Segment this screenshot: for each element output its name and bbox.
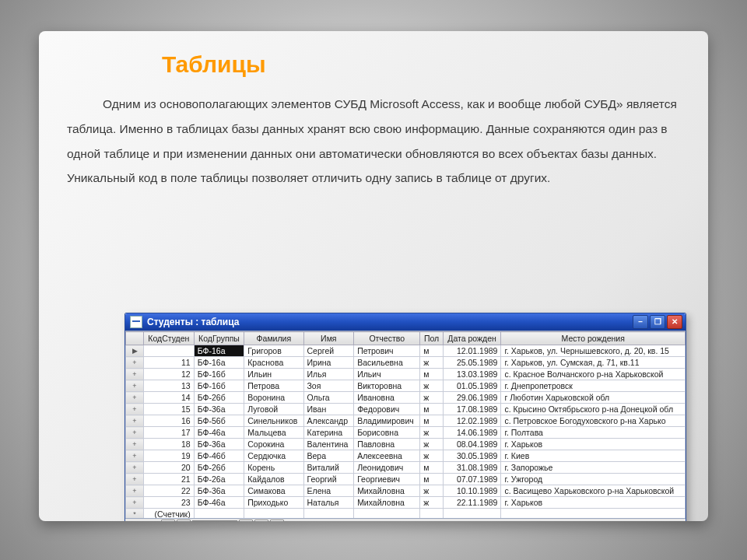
table-row[interactable]: ▶БФ-16аГригоровСергейПетровичм12.01.1989…	[126, 345, 686, 357]
nav-first-button[interactable]: ⏮	[161, 520, 175, 521]
row-selector[interactable]: +	[126, 415, 144, 427]
table-cell[interactable]	[303, 509, 354, 519]
data-table[interactable]: КодСтуденКодГруппыФамилияИмяОтчествоПолД…	[125, 331, 686, 518]
table-cell[interactable]: 22	[144, 485, 195, 497]
table-row[interactable]: +18БФ-36аСорокинаВалентинаПавловнаж08.04…	[126, 439, 686, 450]
table-cell[interactable]: Сорокина	[244, 439, 303, 450]
table-cell[interactable]: Сердючка	[244, 450, 303, 462]
table-cell[interactable]: г Люботин Харьковской обл	[501, 392, 686, 404]
table-cell[interactable]: 14	[144, 392, 195, 404]
table-cell[interactable]: г. Харьков, ул. Чернышевского, д. 20, кв…	[501, 345, 686, 357]
table-cell[interactable]: 29.06.1989	[443, 392, 501, 404]
table-cell[interactable]: БФ-16а	[194, 357, 244, 369]
table-cell[interactable]: Михайловна	[354, 485, 420, 497]
table-cell[interactable]: Луговой	[244, 404, 303, 415]
nav-last-button[interactable]: ⏭	[254, 520, 268, 521]
row-selector[interactable]: *	[126, 509, 144, 519]
table-cell[interactable]: БФ-46а	[194, 427, 244, 439]
table-cell[interactable]: с. Петровское Богодуховского р-на Харько	[501, 415, 686, 427]
table-cell[interactable]: Ирина	[303, 357, 354, 369]
table-cell[interactable]	[194, 509, 244, 519]
table-row[interactable]: +19БФ-46бСердючкаВераАлексеевнаж30.05.19…	[126, 450, 686, 462]
row-selector[interactable]: +	[126, 404, 144, 415]
nav-prev-button[interactable]: ◀	[177, 520, 191, 521]
table-row[interactable]: +17БФ-46аМальцеваКатеринаБорисовнаж14.06…	[126, 427, 686, 439]
table-cell[interactable]: 12.02.1989	[443, 415, 501, 427]
table-row[interactable]: +15БФ-36аЛуговойИванФедоровичм17.08.1989…	[126, 404, 686, 415]
table-row[interactable]: +16БФ-56бСинельниковАлександрВладимирови…	[126, 415, 686, 427]
table-cell[interactable]: Илья	[303, 369, 354, 380]
table-cell[interactable]: Викторовна	[354, 380, 420, 392]
table-cell[interactable]	[144, 345, 195, 357]
table-cell[interactable]: 16	[144, 415, 195, 427]
table-row[interactable]: *(Счетчик)	[126, 509, 686, 519]
table-cell[interactable]: Владимирович	[354, 415, 420, 427]
table-cell[interactable]: с. Васищево Харьковского р-на Харьковско…	[501, 485, 686, 497]
table-cell[interactable]: 14.06.1989	[443, 427, 501, 439]
table-cell[interactable]	[244, 509, 303, 519]
column-header[interactable]: Место рождения	[501, 332, 686, 345]
table-cell[interactable]: 15	[144, 404, 195, 415]
table-cell[interactable]: 13	[144, 380, 195, 392]
column-header[interactable]: КодСтуден	[144, 332, 195, 345]
table-cell[interactable]: г. Харьков	[501, 497, 686, 509]
table-cell[interactable]: 30.05.1989	[443, 450, 501, 462]
table-cell[interactable]: БФ-16а	[194, 345, 244, 357]
table-cell[interactable]: Васильевна	[354, 357, 420, 369]
table-cell[interactable]: Иван	[303, 404, 354, 415]
table-cell[interactable]: 21	[144, 474, 195, 485]
table-cell[interactable]: ж	[420, 450, 444, 462]
table-cell[interactable]: 25.05.1989	[443, 357, 501, 369]
row-selector[interactable]: +	[126, 427, 144, 439]
table-row[interactable]: +13БФ-16бПетроваЗояВикторовнаж01.05.1989…	[126, 380, 686, 392]
table-cell[interactable]: Валентина	[303, 439, 354, 450]
table-cell[interactable]: с. Красное Волчанского р-на Харьковской	[501, 369, 686, 380]
table-cell[interactable]: Ивановна	[354, 392, 420, 404]
table-cell[interactable]: Георгиевич	[354, 474, 420, 485]
close-button[interactable]: ✕	[667, 315, 682, 329]
table-cell[interactable]: Алексеевна	[354, 450, 420, 462]
table-cell[interactable]: м	[420, 369, 444, 380]
table-cell[interactable]: Синельников	[244, 415, 303, 427]
table-cell[interactable]: БФ-36а	[194, 439, 244, 450]
table-cell[interactable]	[354, 509, 420, 519]
table-cell[interactable]: 10.10.1989	[443, 485, 501, 497]
table-cell[interactable]: Ильин	[244, 369, 303, 380]
table-cell[interactable]: БФ-36а	[194, 485, 244, 497]
table-cell[interactable]: Леонидович	[354, 462, 420, 474]
table-cell[interactable]: 19	[144, 450, 195, 462]
table-cell[interactable]: ж	[420, 439, 444, 450]
table-cell[interactable]: 17	[144, 427, 195, 439]
row-selector[interactable]: +	[126, 357, 144, 369]
row-selector[interactable]: +	[126, 439, 144, 450]
table-cell[interactable]: Михайловна	[354, 497, 420, 509]
table-cell[interactable]: Борисовна	[354, 427, 420, 439]
table-cell[interactable]: м	[420, 404, 444, 415]
table-cell[interactable]: Григоров	[244, 345, 303, 357]
nav-record-field[interactable]: 1	[192, 520, 237, 521]
row-selector[interactable]: +	[126, 450, 144, 462]
table-cell[interactable]: 07.07.1989	[443, 474, 501, 485]
table-cell[interactable]: Воронина	[244, 392, 303, 404]
table-cell[interactable]: г. Харьков	[501, 439, 686, 450]
row-selector[interactable]: +	[126, 392, 144, 404]
table-cell[interactable]: м	[420, 345, 444, 357]
column-header[interactable]: КодГруппы	[194, 332, 244, 345]
table-cell[interactable]: м	[420, 462, 444, 474]
table-cell[interactable]: Виталий	[303, 462, 354, 474]
table-cell[interactable]: 08.04.1989	[443, 439, 501, 450]
row-selector[interactable]: +	[126, 474, 144, 485]
table-row[interactable]: +22БФ-36аСимаковаЕленаМихайловнаж10.10.1…	[126, 485, 686, 497]
table-cell[interactable]	[443, 509, 501, 519]
table-cell[interactable]: Кайдалов	[244, 474, 303, 485]
table-cell[interactable]: БФ-56б	[194, 415, 244, 427]
table-cell[interactable]: БФ-16б	[194, 380, 244, 392]
table-cell[interactable]	[501, 509, 686, 519]
table-cell[interactable]: Наталья	[303, 497, 354, 509]
table-cell[interactable]: Ильич	[354, 369, 420, 380]
table-cell[interactable]: 11	[144, 357, 195, 369]
minimize-button[interactable]: –	[633, 315, 648, 329]
table-row[interactable]: +11БФ-16аКрасноваИринаВасильевнаж25.05.1…	[126, 357, 686, 369]
table-cell[interactable]: Елена	[303, 485, 354, 497]
column-header[interactable]: Отчество	[354, 332, 420, 345]
